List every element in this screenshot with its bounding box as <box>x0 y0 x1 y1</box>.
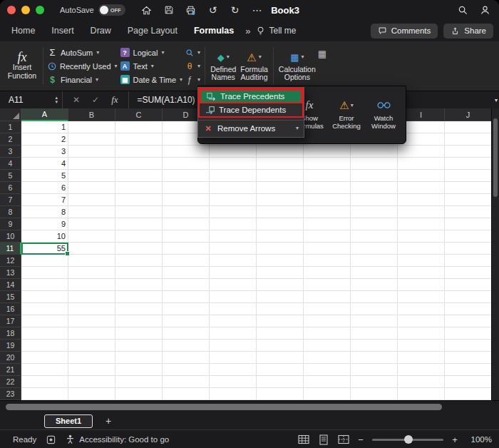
cell-G14[interactable] <box>304 279 351 291</box>
text-button[interactable]: A Text ▾ <box>120 59 183 73</box>
cell-I23[interactable] <box>398 388 445 400</box>
cell-G21[interactable] <box>304 364 351 376</box>
cell-F23[interactable] <box>257 388 304 400</box>
cell-I19[interactable] <box>398 340 445 352</box>
cell-A9[interactable]: 9 <box>21 218 68 230</box>
cell-E12[interactable] <box>210 255 257 267</box>
cell-E4[interactable] <box>210 158 257 170</box>
cell-F20[interactable] <box>257 352 304 364</box>
cell-B9[interactable] <box>68 218 115 230</box>
cell-C22[interactable] <box>115 376 163 388</box>
cell-H9[interactable] <box>351 218 398 230</box>
cell-E9[interactable] <box>210 218 257 230</box>
row-header-10[interactable]: 10 <box>0 230 21 243</box>
search-icon[interactable] <box>458 5 468 16</box>
cell-A6[interactable]: 6 <box>21 182 68 194</box>
macro-record-icon[interactable] <box>46 435 56 444</box>
cell-D13[interactable] <box>163 267 210 279</box>
cell-C5[interactable] <box>115 170 163 182</box>
cell-J5[interactable] <box>445 170 492 182</box>
math-trig-button[interactable]: θ ▾ <box>185 59 200 73</box>
cell-J8[interactable] <box>445 206 492 218</box>
cell-I9[interactable] <box>398 218 445 230</box>
close-button[interactable] <box>7 6 16 14</box>
date-time-button[interactable]: ▦ Date & Time ▾ <box>120 73 183 86</box>
cell-G3[interactable] <box>304 146 351 158</box>
defined-names-button[interactable]: ◆ ▾ Defined Names <box>208 43 238 89</box>
zoom-out-button[interactable]: − <box>357 434 364 445</box>
select-all-corner[interactable] <box>0 108 21 121</box>
cell-J14[interactable] <box>445 279 492 291</box>
cell-G17[interactable] <box>304 315 351 327</box>
cell-J2[interactable] <box>445 133 492 146</box>
cell-F11[interactable] <box>257 243 304 255</box>
account-icon[interactable] <box>480 5 490 16</box>
cell-H5[interactable] <box>351 170 398 182</box>
cell-F5[interactable] <box>257 170 304 182</box>
tell-me[interactable]: Tell me <box>256 26 296 36</box>
cell-F8[interactable] <box>257 206 304 218</box>
cell-H20[interactable] <box>351 352 398 364</box>
cell-G6[interactable] <box>304 182 351 194</box>
cell-C15[interactable] <box>115 291 163 303</box>
cell-D17[interactable] <box>163 315 210 327</box>
cell-G5[interactable] <box>304 170 351 182</box>
row-header-18[interactable]: 18 <box>0 327 21 340</box>
row-header-1[interactable]: 1 <box>0 121 21 133</box>
row-header-22[interactable]: 22 <box>0 376 21 388</box>
cell-E19[interactable] <box>210 340 257 352</box>
tab-home[interactable]: Home <box>11 26 35 36</box>
cell-I8[interactable] <box>398 206 445 218</box>
cell-B10[interactable] <box>68 230 115 243</box>
cell-H14[interactable] <box>351 279 398 291</box>
cell-J10[interactable] <box>445 230 492 243</box>
row-header-13[interactable]: 13 <box>0 267 21 279</box>
cell-A18[interactable] <box>21 327 68 340</box>
horizontal-scrollbar[interactable] <box>0 400 499 413</box>
row-header-9[interactable]: 9 <box>0 218 21 230</box>
cell-C19[interactable] <box>115 340 163 352</box>
cell-B11[interactable] <box>68 243 115 255</box>
cell-A21[interactable] <box>21 364 68 376</box>
normal-view-icon[interactable] <box>297 434 309 445</box>
undo-icon[interactable]: ↺ <box>207 4 219 16</box>
cell-A5[interactable]: 5 <box>21 170 68 182</box>
cell-B4[interactable] <box>68 158 115 170</box>
cell-F19[interactable] <box>257 340 304 352</box>
row-header-16[interactable]: 16 <box>0 303 21 315</box>
cell-H12[interactable] <box>351 255 398 267</box>
tab-overflow-chevron-icon[interactable]: » <box>245 26 250 36</box>
row-header-6[interactable]: 6 <box>0 182 21 194</box>
print-icon[interactable] <box>185 4 197 16</box>
cell-B21[interactable] <box>68 364 115 376</box>
cell-J22[interactable] <box>445 376 492 388</box>
enter-icon[interactable]: ✓ <box>92 95 99 105</box>
horizontal-scrollbar-thumb[interactable] <box>6 404 442 410</box>
cell-C18[interactable] <box>115 327 163 340</box>
cell-J13[interactable] <box>445 267 492 279</box>
cell-I22[interactable] <box>398 376 445 388</box>
vertical-scrollbar-thumb[interactable] <box>493 118 498 197</box>
cell-G15[interactable] <box>304 291 351 303</box>
formula-bar-expand-icon[interactable]: ▾ <box>495 97 498 103</box>
cell-F3[interactable] <box>257 146 304 158</box>
cell-I13[interactable] <box>398 267 445 279</box>
row-header-15[interactable]: 15 <box>0 291 21 303</box>
tab-formulas[interactable]: Formulas <box>194 26 234 36</box>
cell-J7[interactable] <box>445 194 492 206</box>
cell-J23[interactable] <box>445 388 492 400</box>
cell-A17[interactable] <box>21 315 68 327</box>
cell-I3[interactable] <box>398 146 445 158</box>
cell-F10[interactable] <box>257 230 304 243</box>
cell-D5[interactable] <box>163 170 210 182</box>
row-header-20[interactable]: 20 <box>0 352 21 364</box>
cell-D8[interactable] <box>163 206 210 218</box>
insert-function-button[interactable]: fx Insert Function <box>4 43 40 89</box>
cell-H7[interactable] <box>351 194 398 206</box>
cell-E17[interactable] <box>210 315 257 327</box>
row-header-11[interactable]: 11 <box>0 243 21 255</box>
cell-I14[interactable] <box>398 279 445 291</box>
row-header-14[interactable]: 14 <box>0 279 21 291</box>
cell-I20[interactable] <box>398 352 445 364</box>
redo-icon[interactable]: ↻ <box>230 4 241 16</box>
